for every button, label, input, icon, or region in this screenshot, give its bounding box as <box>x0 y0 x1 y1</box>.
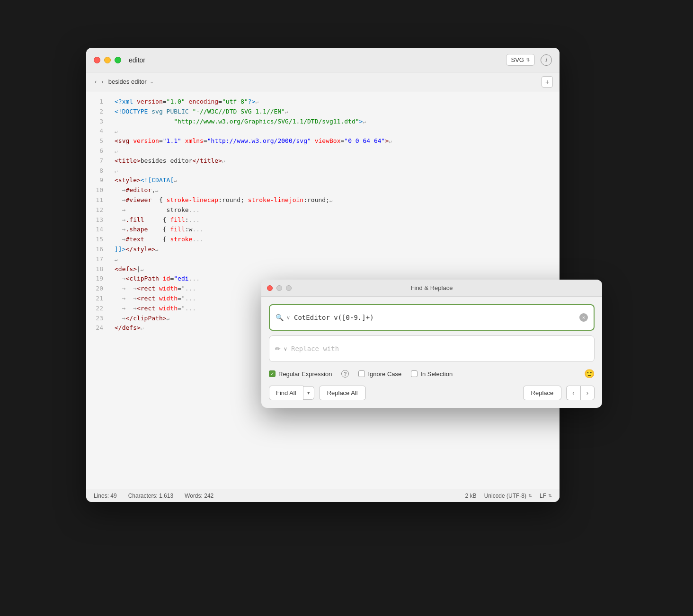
language-label: SVG <box>511 56 524 63</box>
encoding-arrows-icon: ⇅ <box>528 493 532 498</box>
replace-input-placeholder[interactable]: Replace with <box>291 345 339 352</box>
find-all-button-group: Find All ▾ <box>269 386 314 400</box>
status-bar: Lines: 49 Characters: 1,613 Words: 242 2… <box>86 489 560 502</box>
prev-match-button[interactable]: ‹ <box>566 386 580 400</box>
code-line-17: ↵ <box>115 255 552 264</box>
status-size: 2 kB <box>465 493 477 499</box>
code-line-1: <?xml version="1.0" encoding="utf-8"?>↵ <box>115 97 552 107</box>
code-line-15: →#text { stroke... <box>115 235 552 245</box>
code-line-12: → stroke... <box>115 205 552 215</box>
close-button[interactable] <box>94 57 100 63</box>
status-words: Words: 242 <box>185 493 213 499</box>
replace-all-button[interactable]: Replace All <box>319 386 366 400</box>
dialog-traffic-lights <box>267 285 292 291</box>
dialog-title: Find & Replace <box>411 284 453 291</box>
nav-arrows: ‹ › <box>93 77 106 86</box>
replace-options-chevron-icon: ∨ <box>284 346 287 352</box>
find-all-button[interactable]: Find All <box>269 386 303 400</box>
dialog-body: 🔍 ∨ CotEditor v([0-9.]+) × ✏ ∨ Replace w… <box>261 297 602 408</box>
search-input-value[interactable]: CotEditor v([0-9.]+) <box>294 314 579 321</box>
language-selector[interactable]: SVG ⇅ <box>506 54 535 66</box>
encoding-label: Unicode (UTF-8) <box>484 493 526 499</box>
find-replace-dialog: Find & Replace 🔍 ∨ CotEditor v([0-9.]+) … <box>261 280 602 408</box>
find-all-dropdown-button[interactable]: ▾ <box>303 386 314 400</box>
line-ending-arrows-icon: ⇅ <box>548 493 552 498</box>
code-line-13: →.fill { fill:... <box>115 215 552 225</box>
editor-toolbar: ‹ › besides editor ⌄ + <box>86 72 560 91</box>
code-line-8: ↵ <box>115 166 552 176</box>
clear-search-button[interactable]: × <box>579 313 588 322</box>
line-ending-selector[interactable]: LF ⇅ <box>540 493 552 499</box>
status-characters: Characters: 1,613 <box>128 493 173 499</box>
ignore-case-label: Ignore Case <box>368 370 401 378</box>
dialog-minimize-button[interactable] <box>276 285 282 291</box>
encoding-selector[interactable]: Unicode (UTF-8) ⇅ <box>484 493 532 499</box>
add-tab-button[interactable]: + <box>542 76 553 88</box>
buttons-row: Find All ▾ Replace All Replace ‹ › <box>269 386 595 400</box>
path-chevron-icon: ⌄ <box>150 79 154 85</box>
replace-button[interactable]: Replace <box>523 386 562 400</box>
maximize-button[interactable] <box>115 57 121 63</box>
code-line-10: →#editor,↵ <box>115 185 552 195</box>
code-line-18: <defs>|↵ <box>115 264 552 274</box>
line-numbers: 1 2 3 4 5 6 7 8 9 10 11 12 13 14 15 16 1… <box>86 91 107 489</box>
path-label: besides editor <box>108 78 147 85</box>
code-line-2: <!DOCTYPE svg PUBLIC "-//W3C//DTD SVG 1.… <box>115 107 552 117</box>
search-icon: 🔍 <box>275 314 284 321</box>
editor-traffic-lights <box>94 57 121 63</box>
window-title: editor <box>129 56 145 64</box>
nav-next-icon[interactable]: › <box>99 77 105 86</box>
code-line-5: <svg version="1.1" xmlns="http://www.w3.… <box>115 136 552 146</box>
in-selection-label: In Selection <box>420 370 453 378</box>
titlebar-right: SVG ⇅ i <box>506 54 552 66</box>
line-ending-label: LF <box>540 493 546 499</box>
regular-expression-checkbox[interactable]: ✓ <box>269 370 275 377</box>
code-line-14: →.shape { fill:w... <box>115 225 552 235</box>
code-line-3: "http://www.w3.org/Graphics/SVG/1.1/DTD/… <box>115 117 552 127</box>
ignore-case-checkbox[interactable] <box>358 370 365 377</box>
status-right: 2 kB Unicode (UTF-8) ⇅ LF ⇅ <box>465 493 552 499</box>
code-line-6: ↵ <box>115 146 552 156</box>
navigation-buttons: ‹ › <box>566 386 595 400</box>
replace-icon: ✏ <box>275 345 281 352</box>
info-button[interactable]: i <box>541 54 552 66</box>
nav-prev-icon[interactable]: ‹ <box>93 77 98 86</box>
in-selection-checkbox[interactable] <box>411 370 418 377</box>
code-line-16: ]]></style>↵ <box>115 245 552 255</box>
search-field[interactable]: 🔍 ∨ CotEditor v([0-9.]+) × <box>269 304 595 331</box>
regular-expression-option[interactable]: ✓ Regular Expression <box>269 370 332 378</box>
dialog-titlebar: Find & Replace <box>261 280 602 297</box>
editor-window: editor SVG ⇅ i ‹ › besides editor ⌄ + <box>86 48 560 502</box>
language-arrows-icon: ⇅ <box>526 57 530 62</box>
minimize-button[interactable] <box>104 57 111 63</box>
status-lines: Lines: 49 <box>94 493 117 499</box>
emoji-button[interactable]: 🙂 <box>584 369 595 379</box>
options-row: ✓ Regular Expression ? Ignore Case In Se… <box>269 369 595 379</box>
next-match-button[interactable]: › <box>580 386 595 400</box>
code-line-9: <style><![CDATA[↵ <box>115 176 552 185</box>
code-line-4: ↵ <box>115 126 552 136</box>
code-line-7: <title>besides editor</title>↵ <box>115 156 552 166</box>
search-options-chevron-icon: ∨ <box>286 315 290 321</box>
ignore-case-option[interactable]: Ignore Case <box>358 370 401 378</box>
dialog-maximize-button[interactable] <box>286 285 292 291</box>
dialog-close-button[interactable] <box>267 285 273 291</box>
regex-help-button[interactable]: ? <box>341 370 349 378</box>
in-selection-option[interactable]: In Selection <box>411 370 453 378</box>
code-line-11: →#viewer { stroke-linecap:round; stroke-… <box>115 195 552 205</box>
editor-titlebar: editor SVG ⇅ i <box>86 48 560 72</box>
replace-field[interactable]: ✏ ∨ Replace with <box>269 335 595 362</box>
toolbar-right: + <box>542 76 553 88</box>
regular-expression-label: Regular Expression <box>278 370 332 378</box>
